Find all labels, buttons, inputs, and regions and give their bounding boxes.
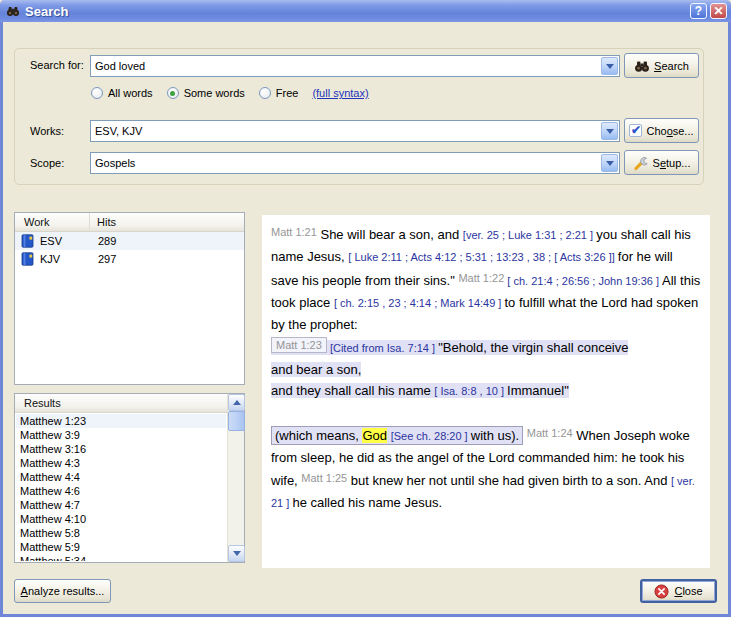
list-item[interactable]: Matthew 4:4 — [16, 470, 226, 484]
radio-selected-dot — [170, 91, 175, 96]
choose-works-button[interactable]: ✔ Choose... — [624, 118, 699, 143]
analyze-button-label: Analyze results... — [21, 585, 105, 597]
chevron-down-icon — [606, 161, 614, 166]
highlighted-phrase: (which means, God [See ch. 28:20 ] with … — [271, 426, 523, 445]
window-title: Search — [25, 4, 687, 19]
results-header: Results — [15, 394, 227, 413]
verse-number: Matt 1:23 — [271, 337, 327, 353]
list-item[interactable]: Matthew 5:8 — [16, 526, 226, 540]
work-rows: ESV289KJV297 — [15, 232, 244, 268]
binoculars-icon — [6, 4, 20, 18]
setup-scope-button[interactable]: Setup... — [624, 150, 699, 175]
cross-reference[interactable]: [ Luke 2:11 ; Acts 4:12 ; 5:31 ; 13:23 ,… — [348, 251, 617, 263]
scope-combobox[interactable]: Gospels — [90, 152, 620, 174]
highlighted-run: Matt 1:23 [Cited from Isa. 7:14 ] "Behol… — [271, 340, 628, 398]
chevron-down-icon — [606, 64, 614, 69]
list-item[interactable]: Matthew 3:9 — [16, 428, 226, 442]
results-header-label: Results — [15, 397, 61, 409]
chevron-down-icon — [233, 551, 241, 556]
close-circle-icon — [654, 583, 670, 599]
checkmark-icon: ✔ — [629, 124, 642, 137]
scrollbar-thumb[interactable] — [228, 411, 245, 431]
verse-text: and they shall call his name — [271, 383, 434, 398]
list-item[interactable]: Matthew 4:3 — [16, 456, 226, 470]
word-mode-radios: All wordsSome wordsFree(full syntax) — [91, 85, 369, 101]
verse-text: he called his name Jesus. — [292, 495, 442, 510]
chevron-up-icon — [233, 400, 241, 405]
list-item[interactable]: Matthew 3:16 — [16, 442, 226, 456]
close-button[interactable]: Close — [640, 579, 717, 603]
list-item[interactable]: Matthew 5:34 — [16, 554, 226, 561]
radio-icon[interactable] — [259, 87, 271, 99]
works-label: Works: — [30, 125, 64, 137]
verse-paragraph: (which means, God [See ch. 28:20 ] with … — [271, 423, 702, 514]
work-hits: 297 — [90, 253, 116, 265]
works-combobox[interactable]: ESV, KJV — [90, 120, 620, 142]
work-name: KJV — [36, 253, 90, 265]
analyze-results-button[interactable]: Analyze results... — [14, 579, 111, 603]
titlebar[interactable]: Search ? ✕ — [0, 0, 731, 22]
verse-paragraph: Matt 1:23 [Cited from Isa. 7:14 ] "Behol… — [271, 335, 702, 402]
radio-free[interactable]: Free — [259, 87, 299, 99]
cross-reference[interactable]: [See ch. 28:20 ] — [391, 430, 471, 442]
verse-text: with us). — [471, 428, 519, 443]
list-item[interactable]: Matthew 4:10 — [16, 512, 226, 526]
cross-reference[interactable]: [ ch. 21:4 ; 26:56 ; John 19:36 ] — [504, 275, 662, 287]
book-icon — [20, 252, 36, 266]
radio-all-words[interactable]: All words — [91, 87, 153, 99]
scope-dropdown-button[interactable] — [601, 154, 618, 172]
verse-text: (which means, — [275, 428, 362, 443]
radio-icon[interactable] — [91, 87, 103, 99]
close-window-button[interactable]: ✕ — [710, 3, 727, 19]
results-panel: Results Matthew 1:23Matthew 3:9Matthew 3… — [14, 393, 245, 563]
search-button[interactable]: Search — [624, 53, 699, 78]
results-list: Matthew 1:23Matthew 3:9Matthew 3:16Matth… — [16, 414, 226, 561]
dialog-body: Search for: God loved Search All wordsSo… — [3, 22, 728, 614]
cross-reference[interactable]: [ver. 25 ; Luke 1:31 ; 2:21 ] — [463, 229, 596, 241]
work-hits-panel: Work Hits ESV289KJV297 — [14, 212, 245, 385]
table-row[interactable]: ESV289 — [15, 232, 244, 250]
choose-button-label: Choose... — [646, 125, 693, 137]
radio-some-words[interactable]: Some words — [167, 87, 245, 99]
works-dropdown-button[interactable] — [601, 122, 618, 140]
close-button-label: Close — [674, 585, 702, 597]
binoculars-icon — [634, 58, 650, 74]
verse-number: Matt 1:25 — [301, 472, 347, 484]
verse-number: Matt 1:21 — [271, 226, 317, 238]
search-for-dropdown-button[interactable] — [601, 57, 618, 75]
search-hit-highlight: God — [362, 428, 387, 443]
work-hits-header: Work Hits — [15, 213, 244, 232]
search-for-combobox[interactable]: God loved — [90, 55, 620, 77]
table-row[interactable]: KJV297 — [15, 250, 244, 268]
list-item[interactable]: Matthew 1:23 — [16, 414, 226, 428]
search-for-label: Search for: — [30, 59, 84, 71]
radio-icon[interactable] — [167, 87, 179, 99]
cross-reference[interactable]: [ Isa. 8:8 , 10 ] — [434, 385, 507, 397]
work-name: ESV — [36, 235, 90, 247]
list-item[interactable]: Matthew 4:6 — [16, 484, 226, 498]
results-scrollbar[interactable] — [227, 394, 244, 562]
column-header-hits[interactable]: Hits — [90, 216, 116, 228]
full-syntax-link[interactable]: (full syntax) — [312, 87, 368, 99]
radio-label: All words — [108, 87, 153, 99]
works-value[interactable]: ESV, KJV — [91, 125, 601, 137]
list-item[interactable]: Matthew 4:7 — [16, 498, 226, 512]
cross-reference[interactable]: [Cited from Isa. 7:14 ] — [327, 342, 438, 354]
verse-text: and bear a son, — [271, 362, 361, 377]
verse-paragraph — [271, 402, 702, 423]
cross-reference[interactable]: [ ch. 2:15 , 23 ; 4:14 ; Mark 14:49 ] — [334, 297, 505, 309]
verse-text: She will bear a son, and — [317, 227, 463, 242]
scroll-up-button[interactable] — [228, 394, 245, 411]
radio-label: Some words — [184, 87, 245, 99]
scope-value[interactable]: Gospels — [91, 157, 601, 169]
verse-text-panel[interactable]: Matt 1:21 She will bear a son, and [ver.… — [262, 215, 710, 568]
search-for-value[interactable]: God loved — [91, 60, 601, 72]
help-button[interactable]: ? — [690, 3, 707, 19]
verse-text: but knew her not until she had given bir… — [347, 473, 671, 488]
verse-text: "Behold, the virgin shall conceive — [438, 340, 628, 355]
scope-label: Scope: — [30, 157, 64, 169]
column-header-work[interactable]: Work — [15, 213, 90, 231]
list-item[interactable]: Matthew 5:9 — [16, 540, 226, 554]
verse-text: Immanuel" — [507, 383, 569, 398]
scroll-down-button[interactable] — [228, 545, 245, 562]
